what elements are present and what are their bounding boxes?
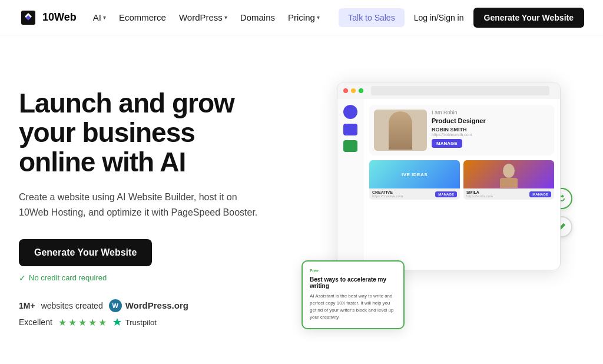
hero-left: Launch and grow your business online wit… (19, 89, 266, 327)
grid-url-1: https://creative.com (372, 194, 403, 198)
navbar: 10Web AI ▾ Ecommerce WordPress ▾ Domains… (0, 0, 603, 35)
star-4: ★ (88, 317, 97, 328)
social-proof: 1M+ websites created W WordPress.org Exc… (19, 299, 266, 328)
svg-marker-3 (113, 318, 121, 326)
grid-card-1: IVE IDEAS CREATIVE https://creative.com … (369, 160, 460, 200)
grid-name-2: SMILA (466, 190, 493, 194)
grid-name-1: CREATIVE (372, 190, 403, 194)
wp-circle-icon: W (109, 299, 122, 312)
browser-dot-yellow (351, 88, 356, 93)
sidebar-btn-1 (343, 124, 357, 135)
chevron-icon: ▾ (317, 14, 320, 21)
brand-name: 10Web (42, 11, 77, 24)
trustpilot-row: Excellent ★ ★ ★ ★ ★ Trustpilot (19, 317, 266, 328)
trustpilot-excellent: Excellent (19, 317, 52, 327)
card-hero-image (374, 110, 427, 151)
no-credit-card-notice: ✓ No credit card required (19, 273, 266, 283)
hero-section: Launch and grow your business online wit… (0, 35, 603, 364)
star-1: ★ (58, 317, 67, 328)
ai-chat-popup: Free Best ways to accelerate my writing … (302, 260, 405, 329)
generate-website-hero-button[interactable]: Generate Your Website (19, 239, 152, 266)
browser-window: I am Robin Product Designer ROBIN SMITH … (337, 82, 561, 270)
login-button[interactable]: Log in/Sign in (414, 13, 464, 22)
grid-footer-1: CREATIVE https://creative.com MANAGE (369, 188, 460, 200)
hero-mockup: I am Robin Product Designer ROBIN SMITH … (278, 82, 584, 335)
browser-main-area: I am Robin Product Designer ROBIN SMITH … (363, 99, 560, 270)
chat-text: AI Assistant is the best way to write an… (310, 293, 396, 321)
star-5: ★ (98, 317, 107, 328)
card-title: Product Designer (432, 117, 549, 124)
card-label: I am Robin (432, 110, 549, 115)
browser-sidebar (337, 99, 363, 270)
svg-point-4 (503, 164, 515, 178)
card-url: https://robinsmith.com (432, 133, 549, 137)
nav-links: AI ▾ Ecommerce WordPress ▾ Domains Prici… (93, 12, 320, 22)
browser-content: I am Robin Product Designer ROBIN SMITH … (337, 99, 560, 270)
svg-rect-5 (500, 178, 518, 188)
check-icon: ✓ (19, 273, 26, 283)
site-cards-grid: IVE IDEAS CREATIVE https://creative.com … (369, 160, 554, 200)
card-info: I am Robin Product Designer ROBIN SMITH … (432, 110, 549, 148)
manage-button-main[interactable]: MANAGE (432, 139, 462, 148)
browser-bar (337, 82, 560, 99)
featured-site-card: I am Robin Product Designer ROBIN SMITH … (369, 105, 554, 155)
nav-wordpress[interactable]: WordPress ▾ (179, 12, 227, 22)
browser-dot-green (359, 88, 363, 93)
generate-website-nav-button[interactable]: Generate Your Website (473, 8, 585, 28)
smila-image-icon (494, 161, 524, 188)
star-3: ★ (78, 317, 87, 328)
star-2: ★ (68, 317, 77, 328)
chevron-icon: ▾ (103, 14, 106, 21)
grid-image-smila (463, 160, 554, 188)
trustpilot-brand: Trustpilot (112, 317, 157, 327)
grid-footer-2: SMILA https://smila.com MANAGE (463, 188, 554, 200)
manage-button-1[interactable]: MANAGE (435, 191, 457, 197)
sidebar-avatar (343, 105, 357, 119)
nav-domains[interactable]: Domains (240, 12, 275, 22)
chat-title: Best ways to accelerate my writing (310, 276, 396, 289)
websites-count-row: 1M+ websites created W WordPress.org (19, 299, 266, 312)
websites-label: websites created (41, 301, 103, 310)
star-rating: ★ ★ ★ ★ ★ (58, 317, 107, 328)
person-silhouette (389, 111, 412, 150)
browser-url-bar (371, 86, 549, 95)
mockup-wrapper: I am Robin Product Designer ROBIN SMITH … (302, 82, 561, 335)
nav-ecommerce[interactable]: Ecommerce (119, 12, 166, 22)
nav-left: 10Web AI ▾ Ecommerce WordPress ▾ Domains… (19, 8, 320, 27)
grid-image-creative: IVE IDEAS (369, 160, 460, 188)
nav-ai[interactable]: AI ▾ (93, 12, 106, 22)
trustpilot-icon (112, 317, 122, 327)
grid-url-2: https://smila.com (466, 194, 493, 198)
nav-pricing[interactable]: Pricing ▾ (288, 12, 320, 22)
hero-title: Launch and grow your business online wit… (19, 89, 266, 177)
chevron-icon: ▾ (224, 14, 227, 21)
nav-right: Talk to Sales Log in/Sign in Generate Yo… (339, 8, 584, 28)
logo[interactable]: 10Web (19, 8, 77, 27)
chat-tag: Free (310, 269, 396, 273)
talk-to-sales-button[interactable]: Talk to Sales (339, 8, 404, 27)
manage-button-2[interactable]: MANAGE (529, 191, 551, 197)
websites-count: 1M+ (19, 301, 35, 310)
card-name: ROBIN SMITH (432, 127, 549, 133)
grid-card-2: SMILA https://smila.com MANAGE (463, 160, 554, 200)
wordpress-logo: W WordPress.org (109, 299, 188, 312)
logo-icon (19, 8, 38, 27)
sidebar-btn-2 (343, 140, 357, 152)
hero-subtitle: Create a website using AI Website Builde… (19, 190, 266, 220)
wordpress-label: WordPress.org (125, 300, 188, 310)
browser-dot-red (343, 88, 348, 93)
